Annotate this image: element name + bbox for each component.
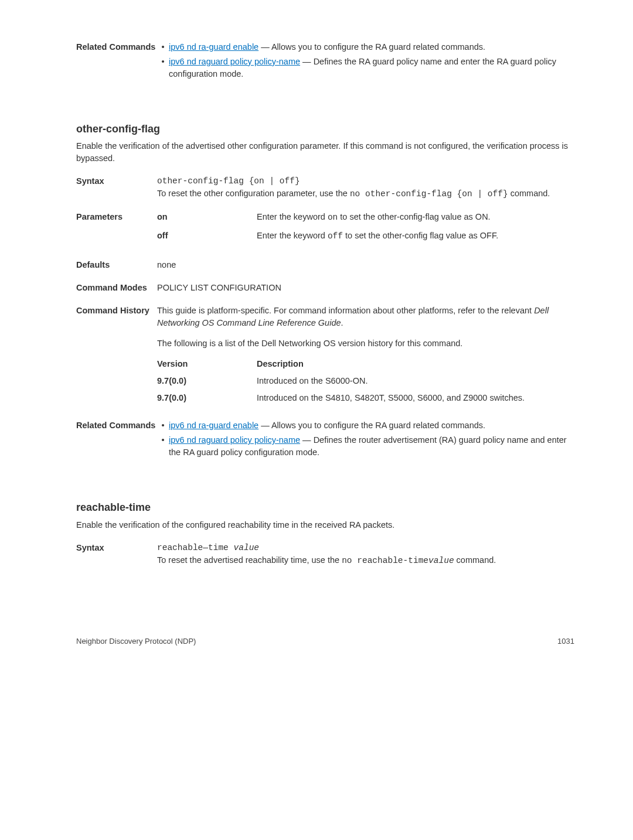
footer-page-number: 1031 [557, 636, 574, 647]
defaults-label: Defaults [76, 259, 157, 271]
syntax-command: other-config-flag {on | off} [157, 175, 574, 187]
bullet-item: • ipv6 nd raguard policy policy-name — D… [157, 56, 574, 80]
syntax-reset: To reset the other configuration paramet… [157, 187, 574, 200]
param-on: on Enter the keyword on to set the other… [157, 211, 574, 224]
history-text-1: This guide is platform-specific. For com… [157, 305, 574, 329]
syntax-reset: To reset the advertised reachability tim… [157, 554, 574, 567]
bullet-text: — Allows you to configure the RA guard r… [258, 421, 485, 430]
parameters-row: Parameters on Enter the keyword on to se… [76, 211, 574, 248]
command-modes-label: Command Modes [76, 282, 157, 294]
related-commands-label: Related Commands [76, 419, 157, 461]
syntax-row: Syntax other-config-flag {on | off} To r… [76, 175, 574, 200]
history-text-2: The following is a list of the Dell Netw… [157, 337, 574, 350]
link-ipv6-ra-guard-enable[interactable]: ipv6 nd ra-guard enable [169, 42, 258, 52]
parameters-label: Parameters [76, 211, 157, 248]
command-history-row: Command History This guide is platform-s… [76, 305, 574, 409]
command-history-label: Command History [76, 305, 157, 409]
footer-left: Neighbor Discovery Protocol (NDP) [76, 636, 196, 647]
related-commands-s1: Related Commands • ipv6 nd ra-guard enab… [76, 419, 574, 461]
command-modes-row: Command Modes POLICY LIST CONFIGURATION [76, 282, 574, 294]
defaults-value: none [157, 259, 574, 271]
syntax-label: Syntax [76, 175, 157, 200]
version-row: 9.7(0.0) Introduced on the S4810, S4820T… [157, 392, 574, 404]
section-desc: Enable the verification of the configure… [76, 519, 574, 531]
section-heading-other-config-flag: other-config-flag [76, 121, 574, 136]
section-desc: Enable the verification of the advertise… [76, 140, 574, 165]
syntax-label: Syntax [76, 542, 157, 567]
param-off: off Enter the keyword off to set the oth… [157, 230, 574, 243]
version-row: 9.7(0.0) Introduced on the S6000-ON. [157, 375, 574, 387]
section-heading-reachable-time: reachable-time [76, 500, 574, 515]
related-commands-label: Related Commands [76, 41, 157, 83]
bullet-item: • ipv6 nd raguard policy policy-name — D… [157, 434, 574, 459]
bullet-item: • ipv6 nd ra-guard enable — Allows you t… [157, 41, 574, 53]
syntax-command: reachable—time value [157, 542, 574, 554]
version-header: Version Description [157, 358, 574, 370]
page-footer: Neighbor Discovery Protocol (NDP) 1031 [0, 636, 633, 677]
command-modes-value: POLICY LIST CONFIGURATION [157, 282, 574, 294]
link-ipv6-raguard-policy[interactable]: ipv6 nd raguard policy policy-name [169, 57, 300, 66]
link-ipv6-raguard-policy[interactable]: ipv6 nd raguard policy policy-name [169, 435, 300, 445]
bullet-text: — Allows you to configure the RA guard r… [258, 42, 485, 52]
defaults-row: Defaults none [76, 259, 574, 271]
syntax-row: Syntax reachable—time value To reset the… [76, 542, 574, 567]
top-related-commands: Related Commands • ipv6 nd ra-guard enab… [76, 41, 574, 83]
link-ipv6-ra-guard-enable[interactable]: ipv6 nd ra-guard enable [169, 421, 258, 430]
bullet-item: • ipv6 nd ra-guard enable — Allows you t… [157, 419, 574, 432]
